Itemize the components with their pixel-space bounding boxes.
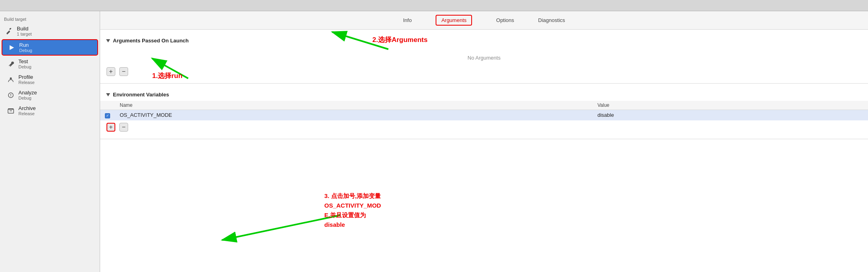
sidebar-item-build[interactable]: Build 1 target xyxy=(2,24,98,38)
svg-marker-3 xyxy=(10,45,14,50)
sidebar-item-test[interactable]: Test Debug xyxy=(2,56,98,71)
build-label: Build xyxy=(17,26,32,32)
profile-item-text: Profile Release xyxy=(18,74,34,85)
analyze-icon xyxy=(6,91,15,100)
tab-diagnostics[interactable]: Diagnostics xyxy=(538,16,565,25)
arguments-passed-header: Arguments Passed On Launch xyxy=(100,34,868,47)
svg-point-4 xyxy=(10,77,12,79)
sidebar-header: Build target xyxy=(0,14,100,23)
run-label: Run xyxy=(19,42,32,48)
env-variables-header: Environment Variables xyxy=(100,88,868,101)
args-remove-button[interactable]: − xyxy=(119,67,128,76)
env-add-button[interactable]: + xyxy=(106,123,115,132)
svg-point-7 xyxy=(10,96,11,97)
tab-info[interactable]: Info xyxy=(403,16,412,25)
svg-rect-1 xyxy=(9,28,12,30)
env-remove-button[interactable]: − xyxy=(119,123,128,132)
archive-item-text: Archive Release xyxy=(18,105,36,116)
row-checkbox-cell[interactable] xyxy=(100,110,115,120)
sidebar-item-archive[interactable]: Archive Release xyxy=(2,103,98,118)
hammer-icon xyxy=(5,27,14,36)
archive-sublabel: Release xyxy=(18,111,36,116)
row-extra-cell xyxy=(794,110,868,120)
arguments-passed-section: Arguments Passed On Launch No Arguments … xyxy=(100,30,868,84)
name-col-header: Name xyxy=(115,101,593,110)
svg-rect-8 xyxy=(8,109,14,113)
table-row[interactable]: OS_ACTIVITY_MODE disable xyxy=(100,110,868,120)
content-area: Info Arguments Options Diagnostics Argum… xyxy=(100,11,868,272)
run-item-text: Run Debug xyxy=(19,42,32,53)
sidebar-item-profile[interactable]: Profile Release xyxy=(2,72,98,87)
sidebar-item-analyze[interactable]: Analyze Debug xyxy=(2,88,98,102)
arguments-passed-title: Arguments Passed On Launch xyxy=(113,38,189,44)
annotation-3-line4: disable xyxy=(324,220,381,230)
disclosure-triangle-env[interactable] xyxy=(106,93,110,96)
row-value-cell: disable xyxy=(593,110,794,120)
wrench-icon xyxy=(6,60,15,68)
archive-icon xyxy=(6,106,15,115)
env-table: Name Value OS_ACTIVITY_MODE disable xyxy=(100,101,868,120)
analyze-label: Analyze xyxy=(18,90,37,96)
value-col-header: Value xyxy=(593,101,794,110)
main-container: Build target Build 1 target xyxy=(0,11,868,272)
svg-line-14 xyxy=(222,215,340,240)
row-name-cell: OS_ACTIVITY_MODE xyxy=(115,110,593,120)
no-arguments-text: No Arguments xyxy=(100,47,868,65)
annotation-3-line3: E,并且设置值为 xyxy=(324,210,381,220)
tab-arguments[interactable]: Arguments xyxy=(436,15,472,26)
test-label: Test xyxy=(18,58,31,64)
checkbox-col-header xyxy=(100,101,115,110)
annotation-3-line2: OS_ACTIVITY_MOD xyxy=(324,201,381,210)
analyze-sublabel: Debug xyxy=(18,96,37,100)
disclosure-triangle-args[interactable] xyxy=(106,39,110,42)
profile-label: Profile xyxy=(18,74,34,80)
archive-label: Archive xyxy=(18,105,36,111)
build-item-text: Build 1 target xyxy=(17,26,32,36)
profile-sublabel: Release xyxy=(18,80,34,85)
build-sublabel: 1 target xyxy=(17,32,32,36)
run-sublabel: Debug xyxy=(19,48,32,53)
extra-col xyxy=(794,101,868,110)
sidebar: Build target Build 1 target xyxy=(0,11,100,272)
annotation-label-3: 3. 点击加号,添加变量 OS_ACTIVITY_MOD E,并且设置值为 di… xyxy=(324,191,381,230)
play-icon xyxy=(7,43,16,52)
tab-bar: Info Arguments Options Diagnostics xyxy=(100,11,868,30)
env-variables-title: Environment Variables xyxy=(113,92,169,98)
analyze-item-text: Analyze Debug xyxy=(18,90,37,100)
top-bar xyxy=(0,0,868,11)
args-btn-row: + − xyxy=(100,65,868,78)
sidebar-item-run[interactable]: Run Debug xyxy=(2,39,98,56)
annotation-3-line1: 3. 点击加号,添加变量 xyxy=(324,191,381,201)
env-variables-section: Environment Variables Name Value xyxy=(100,84,868,139)
tab-options[interactable]: Options xyxy=(496,16,514,25)
profile-icon xyxy=(6,75,15,84)
row-checkbox[interactable] xyxy=(105,113,110,118)
test-item-text: Test Debug xyxy=(18,58,31,69)
env-btn-row: + − xyxy=(100,120,868,134)
test-sublabel: Debug xyxy=(18,64,31,69)
args-add-button[interactable]: + xyxy=(106,67,115,76)
svg-rect-9 xyxy=(8,108,14,110)
